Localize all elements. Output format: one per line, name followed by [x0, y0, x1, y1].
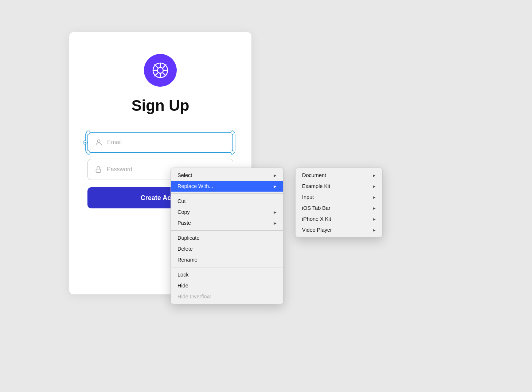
svg-line-9 — [155, 73, 158, 76]
selection-handle-br — [231, 150, 234, 154]
selection-handle-tr — [231, 131, 234, 134]
menu-item-lock[interactable]: Lock — [171, 269, 283, 280]
menu-item-replace-with[interactable]: Replace With... ▶ — [171, 181, 283, 192]
selection-handle-tl — [86, 131, 90, 134]
menu-item-cut[interactable]: Cut — [171, 196, 283, 207]
submenu-item-iphone-x-kit[interactable]: iPhone X Kit ▶ — [296, 213, 382, 224]
menu-item-hide[interactable]: Hide — [171, 280, 283, 291]
submenu-item-example-kit[interactable]: Example Kit ▶ — [296, 181, 382, 192]
page-title: Sign Up — [132, 97, 189, 114]
email-input-wrapper[interactable]: Email — [87, 132, 233, 153]
lock-icon — [94, 165, 102, 173]
menu-item-replace-with-label: Replace With... — [177, 183, 213, 189]
menu-item-replace-with-arrow: ▶ — [274, 184, 277, 188]
submenu-item-iphone-x-kit-arrow: ▶ — [373, 217, 376, 221]
submenu-item-video-player[interactable]: Video Player ▶ — [296, 224, 382, 235]
submenu-item-input-label: Input — [302, 194, 314, 200]
svg-point-10 — [97, 140, 100, 142]
submenu-item-example-kit-arrow: ▶ — [373, 184, 376, 188]
submenu-item-iphone-x-kit-label: iPhone X Kit — [302, 216, 331, 222]
menu-separator-2 — [171, 230, 283, 231]
submenu-item-document-arrow: ▶ — [373, 173, 376, 177]
submenu-item-example-kit-label: Example Kit — [302, 183, 330, 189]
submenu-replace-with: Document ▶ Example Kit ▶ Input ▶ iOS Tab… — [295, 168, 383, 238]
menu-separator-1 — [171, 193, 283, 194]
menu-item-duplicate[interactable]: Duplicate — [171, 232, 283, 243]
submenu-item-ios-tab-bar-label: iOS Tab Bar — [302, 205, 330, 211]
user-icon — [95, 138, 103, 146]
menu-item-hide-overflow[interactable]: Hide Overflow — [171, 291, 283, 302]
app-logo — [144, 54, 177, 87]
menu-item-copy-label: Copy — [177, 209, 190, 215]
logo-icon — [152, 62, 169, 79]
svg-rect-11 — [96, 169, 101, 172]
svg-point-1 — [157, 67, 163, 73]
submenu-item-video-player-label: Video Player — [302, 227, 332, 233]
selection-handle-bl — [86, 150, 90, 154]
menu-item-select-label: Select — [177, 172, 192, 178]
email-placeholder: Email — [107, 139, 122, 146]
menu-item-delete-label: Delete — [177, 246, 193, 252]
menu-item-paste[interactable]: Paste ▶ — [171, 217, 283, 228]
menu-item-rename-label: Rename — [177, 257, 197, 263]
svg-line-6 — [155, 65, 158, 68]
menu-item-select[interactable]: Select ▶ — [171, 170, 283, 181]
menu-item-copy[interactable]: Copy ▶ — [171, 207, 283, 217]
menu-item-paste-arrow: ▶ — [274, 221, 277, 225]
menu-item-copy-arrow: ▶ — [274, 210, 277, 214]
menu-item-paste-label: Paste — [177, 220, 191, 226]
svg-line-7 — [163, 73, 166, 76]
submenu-item-input-arrow: ▶ — [373, 195, 376, 199]
submenu-item-document[interactable]: Document ▶ — [296, 170, 382, 181]
menu-item-hide-label: Hide — [177, 283, 188, 289]
menu-item-delete[interactable]: Delete — [171, 243, 283, 254]
menu-item-duplicate-label: Duplicate — [177, 235, 199, 241]
selection-handle-center — [83, 140, 87, 145]
menu-item-select-arrow: ▶ — [274, 173, 277, 177]
submenu-item-ios-tab-bar-arrow: ▶ — [373, 206, 376, 210]
svg-line-8 — [163, 65, 166, 68]
menu-separator-3 — [171, 267, 283, 267]
menu-item-cut-label: Cut — [177, 198, 186, 204]
menu-item-rename[interactable]: Rename — [171, 254, 283, 265]
submenu-item-ios-tab-bar[interactable]: iOS Tab Bar ▶ — [296, 203, 382, 213]
submenu-item-document-label: Document — [302, 172, 326, 178]
submenu-item-input[interactable]: Input ▶ — [296, 192, 382, 203]
context-menu: Select ▶ Replace With... ▶ Cut Copy ▶ Pa… — [171, 168, 283, 304]
menu-item-hide-overflow-label: Hide Overflow — [177, 294, 211, 299]
submenu-item-video-player-arrow: ▶ — [373, 228, 376, 232]
menu-item-lock-label: Lock — [177, 272, 189, 278]
password-placeholder: Password — [107, 166, 132, 173]
